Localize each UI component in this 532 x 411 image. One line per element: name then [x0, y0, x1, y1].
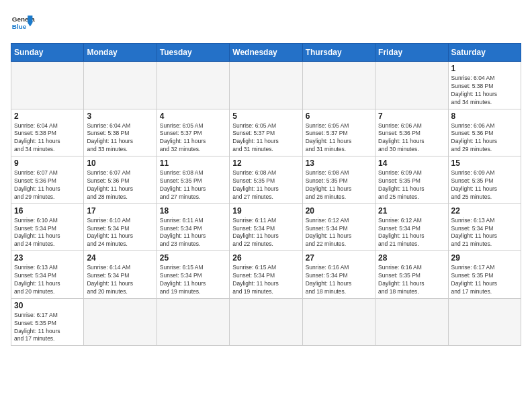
day-info: Sunrise: 6:12 AM Sunset: 5:34 PM Dayligh… — [306, 217, 372, 249]
day-info: Sunrise: 6:04 AM Sunset: 5:38 PM Dayligh… — [87, 122, 153, 154]
calendar-cell: 14Sunrise: 6:09 AM Sunset: 5:35 PM Dayli… — [375, 156, 448, 204]
calendar-cell: 23Sunrise: 6:13 AM Sunset: 5:34 PM Dayli… — [11, 251, 84, 299]
day-number: 22 — [451, 206, 518, 216]
day-header-monday: Monday — [84, 44, 157, 62]
day-info: Sunrise: 6:16 AM Sunset: 5:34 PM Dayligh… — [306, 264, 372, 296]
day-info: Sunrise: 6:11 AM Sunset: 5:34 PM Dayligh… — [160, 217, 226, 249]
day-number: 20 — [306, 206, 372, 216]
day-info: Sunrise: 6:08 AM Sunset: 5:35 PM Dayligh… — [306, 169, 372, 201]
calendar-cell: 9Sunrise: 6:07 AM Sunset: 5:36 PM Daylig… — [11, 156, 84, 204]
day-info: Sunrise: 6:10 AM Sunset: 5:34 PM Dayligh… — [87, 217, 153, 249]
calendar-cell: 7Sunrise: 6:06 AM Sunset: 5:36 PM Daylig… — [375, 109, 448, 156]
day-info: Sunrise: 6:11 AM Sunset: 5:34 PM Dayligh… — [232, 217, 299, 249]
day-number: 6 — [306, 111, 372, 121]
calendar-cell — [84, 298, 157, 346]
day-info: Sunrise: 6:05 AM Sunset: 5:37 PM Dayligh… — [232, 122, 299, 154]
calendar-cell: 16Sunrise: 6:10 AM Sunset: 5:34 PM Dayli… — [11, 203, 84, 251]
calendar-cell — [157, 298, 229, 346]
calendar-cell: 5Sunrise: 6:05 AM Sunset: 5:37 PM Daylig… — [230, 109, 302, 156]
day-number: 25 — [160, 253, 226, 263]
day-number: 16 — [14, 206, 81, 216]
day-header-thursday: Thursday — [302, 44, 375, 62]
calendar-cell — [302, 62, 375, 109]
calendar-cell: 27Sunrise: 6:16 AM Sunset: 5:34 PM Dayli… — [302, 251, 375, 299]
day-header-friday: Friday — [375, 44, 448, 62]
calendar-cell: 24Sunrise: 6:14 AM Sunset: 5:34 PM Dayli… — [84, 251, 157, 299]
calendar-cell: 13Sunrise: 6:08 AM Sunset: 5:35 PM Dayli… — [302, 156, 375, 204]
day-number: 10 — [87, 158, 153, 168]
day-info: Sunrise: 6:09 AM Sunset: 5:35 PM Dayligh… — [451, 169, 518, 201]
day-number: 3 — [87, 111, 153, 121]
day-info: Sunrise: 6:08 AM Sunset: 5:35 PM Dayligh… — [232, 169, 299, 201]
day-info: Sunrise: 6:05 AM Sunset: 5:37 PM Dayligh… — [306, 122, 372, 154]
day-header-saturday: Saturday — [448, 44, 521, 62]
calendar-cell: 21Sunrise: 6:12 AM Sunset: 5:34 PM Dayli… — [375, 203, 448, 251]
calendar-cell — [157, 62, 229, 109]
calendar-cell: 26Sunrise: 6:15 AM Sunset: 5:34 PM Dayli… — [230, 251, 302, 299]
calendar-cell — [375, 298, 448, 346]
day-header-sunday: Sunday — [11, 44, 84, 62]
day-info: Sunrise: 6:10 AM Sunset: 5:34 PM Dayligh… — [14, 217, 81, 249]
day-info: Sunrise: 6:15 AM Sunset: 5:34 PM Dayligh… — [160, 264, 226, 296]
calendar-cell: 2Sunrise: 6:04 AM Sunset: 5:38 PM Daylig… — [11, 109, 84, 156]
calendar-table: SundayMondayTuesdayWednesdayThursdayFrid… — [11, 43, 521, 346]
calendar-cell: 25Sunrise: 6:15 AM Sunset: 5:34 PM Dayli… — [157, 251, 229, 299]
day-info: Sunrise: 6:17 AM Sunset: 5:35 PM Dayligh… — [14, 312, 81, 344]
logo-icon: General Blue — [11, 11, 35, 35]
day-number: 12 — [232, 158, 299, 168]
svg-text:Blue: Blue — [12, 23, 27, 30]
day-number: 27 — [306, 253, 372, 263]
day-info: Sunrise: 6:05 AM Sunset: 5:37 PM Dayligh… — [160, 122, 226, 154]
day-info: Sunrise: 6:06 AM Sunset: 5:36 PM Dayligh… — [451, 122, 518, 154]
calendar-cell: 12Sunrise: 6:08 AM Sunset: 5:35 PM Dayli… — [230, 156, 302, 204]
calendar-cell: 18Sunrise: 6:11 AM Sunset: 5:34 PM Dayli… — [157, 203, 229, 251]
calendar-cell — [11, 62, 84, 109]
day-number: 19 — [232, 206, 299, 216]
day-number: 4 — [160, 111, 226, 121]
calendar-cell: 8Sunrise: 6:06 AM Sunset: 5:36 PM Daylig… — [448, 109, 521, 156]
calendar-cell: 19Sunrise: 6:11 AM Sunset: 5:34 PM Dayli… — [230, 203, 302, 251]
day-number: 17 — [87, 206, 153, 216]
calendar-cell: 11Sunrise: 6:08 AM Sunset: 5:35 PM Dayli… — [157, 156, 229, 204]
day-number: 24 — [87, 253, 153, 263]
calendar-cell: 17Sunrise: 6:10 AM Sunset: 5:34 PM Dayli… — [84, 203, 157, 251]
calendar-week-row: 23Sunrise: 6:13 AM Sunset: 5:34 PM Dayli… — [11, 251, 521, 299]
calendar-cell — [375, 62, 448, 109]
day-number: 18 — [160, 206, 226, 216]
day-number: 30 — [14, 301, 81, 310]
calendar-cell — [84, 62, 157, 109]
page-header: General Blue — [11, 11, 521, 35]
day-info: Sunrise: 6:17 AM Sunset: 5:35 PM Dayligh… — [451, 264, 518, 296]
day-number: 7 — [378, 111, 445, 121]
calendar-week-row: 9Sunrise: 6:07 AM Sunset: 5:36 PM Daylig… — [11, 156, 521, 204]
day-info: Sunrise: 6:12 AM Sunset: 5:34 PM Dayligh… — [378, 217, 445, 249]
day-number: 11 — [160, 158, 226, 168]
day-number: 29 — [451, 253, 518, 263]
calendar-cell: 10Sunrise: 6:07 AM Sunset: 5:36 PM Dayli… — [84, 156, 157, 204]
day-info: Sunrise: 6:14 AM Sunset: 5:34 PM Dayligh… — [87, 264, 153, 296]
calendar-cell: 1Sunrise: 6:04 AM Sunset: 5:38 PM Daylig… — [448, 62, 521, 109]
calendar-cell: 20Sunrise: 6:12 AM Sunset: 5:34 PM Dayli… — [302, 203, 375, 251]
calendar-cell: 30Sunrise: 6:17 AM Sunset: 5:35 PM Dayli… — [11, 298, 84, 346]
day-number: 21 — [378, 206, 445, 216]
day-number: 28 — [378, 253, 445, 263]
day-info: Sunrise: 6:06 AM Sunset: 5:36 PM Dayligh… — [378, 122, 445, 154]
logo: General Blue — [11, 11, 38, 35]
day-number: 2 — [14, 111, 81, 121]
calendar-week-row: 2Sunrise: 6:04 AM Sunset: 5:38 PM Daylig… — [11, 109, 521, 156]
day-header-wednesday: Wednesday — [230, 44, 302, 62]
day-number: 23 — [14, 253, 81, 263]
calendar-cell — [230, 62, 302, 109]
day-info: Sunrise: 6:04 AM Sunset: 5:38 PM Dayligh… — [451, 75, 518, 107]
day-info: Sunrise: 6:09 AM Sunset: 5:35 PM Dayligh… — [378, 169, 445, 201]
day-number: 9 — [14, 158, 81, 168]
day-number: 15 — [451, 158, 518, 168]
day-info: Sunrise: 6:07 AM Sunset: 5:36 PM Dayligh… — [87, 169, 153, 201]
day-info: Sunrise: 6:08 AM Sunset: 5:35 PM Dayligh… — [160, 169, 226, 201]
calendar-cell: 15Sunrise: 6:09 AM Sunset: 5:35 PM Dayli… — [448, 156, 521, 204]
calendar-cell: 3Sunrise: 6:04 AM Sunset: 5:38 PM Daylig… — [84, 109, 157, 156]
day-info: Sunrise: 6:13 AM Sunset: 5:34 PM Dayligh… — [14, 264, 81, 296]
calendar-week-row: 16Sunrise: 6:10 AM Sunset: 5:34 PM Dayli… — [11, 203, 521, 251]
day-info: Sunrise: 6:16 AM Sunset: 5:35 PM Dayligh… — [378, 264, 445, 296]
calendar-week-row: 30Sunrise: 6:17 AM Sunset: 5:35 PM Dayli… — [11, 298, 521, 346]
